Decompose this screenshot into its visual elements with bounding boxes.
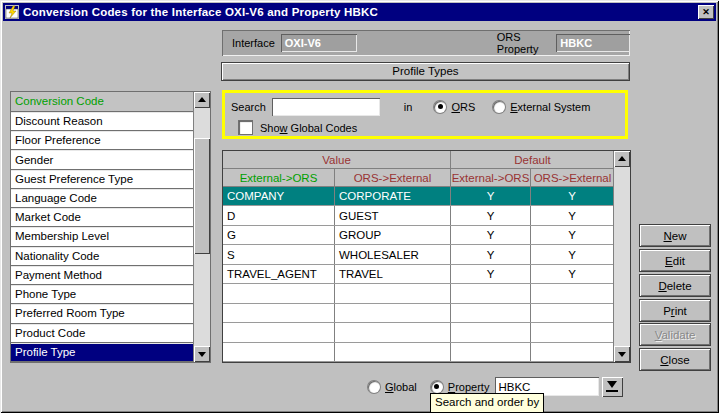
table-row[interactable]: COMPANYCORPORATEYY — [223, 187, 614, 206]
global-radio[interactable] — [368, 381, 380, 393]
table-cell — [531, 343, 614, 361]
scroll-down-icon[interactable] — [194, 346, 210, 362]
table-cell — [531, 304, 614, 322]
show-global-codes-checkbox[interactable] — [239, 121, 252, 134]
table-row[interactable]: TRAVEL_AGENTTRAVELYY — [223, 265, 614, 284]
table-scrollbar[interactable] — [613, 151, 630, 362]
scroll-up-icon[interactable] — [194, 92, 210, 108]
table-cell: TRAVEL_AGENT — [223, 265, 335, 283]
table-row[interactable] — [223, 284, 614, 303]
list-item[interactable]: Gender — [11, 150, 194, 169]
print-button[interactable]: Print — [639, 299, 711, 322]
list-item[interactable]: Membership Level — [11, 227, 194, 246]
table-cell: Y — [531, 206, 614, 224]
table-cell — [531, 323, 614, 341]
table-cell: COMPANY — [223, 187, 335, 205]
col-default-ors-to-external: ORS->External — [531, 169, 614, 187]
table-cell: WHOLESALER — [335, 245, 451, 263]
list-item[interactable]: Product Code — [11, 324, 194, 343]
interface-label: Interface — [232, 37, 275, 49]
table-cell: Y — [531, 226, 614, 244]
table-cell — [223, 323, 335, 341]
table-row[interactable]: DGUESTYY — [223, 206, 614, 225]
property-radio[interactable] — [431, 381, 443, 393]
table-cell — [223, 343, 335, 361]
list-item[interactable]: Preferred Room Type — [11, 304, 194, 323]
col-ors-to-external: ORS->External — [335, 169, 451, 187]
list-item[interactable]: Profile Type — [11, 343, 194, 362]
table-row[interactable] — [223, 323, 614, 342]
scrollbar-thumb[interactable] — [194, 138, 210, 254]
validate-button: Validate — [639, 323, 711, 346]
table-row[interactable]: SWHOLESALERYY — [223, 245, 614, 264]
list-scrollbar[interactable] — [193, 92, 210, 362]
table-cell: CORPORATE — [335, 187, 451, 205]
tooltip: Search and order by — [430, 393, 544, 413]
external-system-radio-label: External System — [510, 101, 590, 113]
table-cell: Y — [531, 245, 614, 263]
search-panel: Search in ORS External System Show Globa… — [222, 90, 628, 139]
list-item[interactable]: Nationality Code — [11, 247, 194, 266]
table-cell — [223, 284, 335, 302]
table-cell — [335, 343, 451, 361]
table-row[interactable] — [223, 343, 614, 362]
table-cell: TRAVEL — [335, 265, 451, 283]
conversion-code-list-header: Conversion Code — [11, 92, 194, 112]
new-button[interactable]: New — [639, 224, 711, 247]
close-icon[interactable]: ✕ — [698, 5, 714, 19]
list-item[interactable]: Market Code — [11, 208, 194, 227]
table-cell — [335, 304, 451, 322]
table-cell: Y — [531, 187, 614, 205]
close-button[interactable]: Close — [639, 348, 711, 371]
table-cell — [451, 304, 531, 322]
list-of-values-icon[interactable] — [602, 377, 623, 397]
interface-header-panel: Interface OXI-V6 ORS Property HBKC — [222, 30, 630, 56]
default-group-header: Default — [451, 151, 614, 169]
table-cell: Y — [451, 245, 531, 263]
codes-table-body: COMPANYCORPORATEYYDGUESTYYGGROUPYYSWHOLE… — [223, 187, 614, 362]
table-cell — [531, 284, 614, 302]
conversion-code-list: Conversion Code Discount ReasonFloor Pre… — [10, 91, 211, 363]
list-item[interactable]: Language Code — [11, 189, 194, 208]
window-title: Conversion Codes for the Interface OXI-V… — [23, 6, 698, 18]
table-row[interactable] — [223, 304, 614, 323]
ors-radio-label: ORS — [451, 101, 475, 113]
list-item[interactable]: Payment Method — [11, 266, 194, 285]
table-cell: Y — [451, 206, 531, 224]
table-cell: S — [223, 245, 335, 263]
delete-button[interactable]: Delete — [639, 274, 711, 297]
list-item[interactable]: Discount Reason — [11, 112, 194, 131]
table-cell: GUEST — [335, 206, 451, 224]
title-bar: Conversion Codes for the Interface OXI-V… — [3, 3, 716, 21]
table-cell — [451, 343, 531, 361]
ors-property-label: ORS Property — [497, 31, 551, 55]
global-radio-label: Global — [385, 381, 417, 393]
col-external-to-ors: External->ORS — [223, 169, 335, 187]
interface-value-field: OXI-V6 — [281, 34, 357, 52]
scroll-up-icon[interactable] — [614, 151, 630, 167]
table-group-header: Value Default — [223, 151, 614, 169]
table-cell: Y — [451, 226, 531, 244]
in-label: in — [404, 101, 413, 113]
list-item[interactable]: Phone Type — [11, 285, 194, 304]
conversion-code-list-items: Discount ReasonFloor PreferenceGenderGue… — [11, 112, 194, 362]
table-cell — [451, 323, 531, 341]
table-cell: Y — [531, 265, 614, 283]
search-label: Search — [231, 101, 266, 113]
table-cell — [335, 323, 451, 341]
edit-button[interactable]: Edit — [639, 249, 711, 272]
table-row[interactable]: GGROUPYY — [223, 226, 614, 245]
table-cell: Y — [451, 187, 531, 205]
table-cell — [451, 284, 531, 302]
scroll-down-icon[interactable] — [614, 346, 630, 362]
list-item[interactable]: Floor Preference — [11, 131, 194, 150]
list-item[interactable]: Guest Preference Type — [11, 170, 194, 189]
col-default-external-to-ors: External->ORS — [451, 169, 531, 187]
table-cell — [223, 304, 335, 322]
table-sub-header: External->ORS ORS->External External->OR… — [223, 169, 614, 187]
show-global-codes-label: Show Global Codes — [260, 122, 357, 134]
table-cell — [335, 284, 451, 302]
search-input[interactable] — [272, 98, 380, 116]
ors-radio[interactable] — [434, 101, 446, 113]
external-system-radio[interactable] — [493, 101, 505, 113]
